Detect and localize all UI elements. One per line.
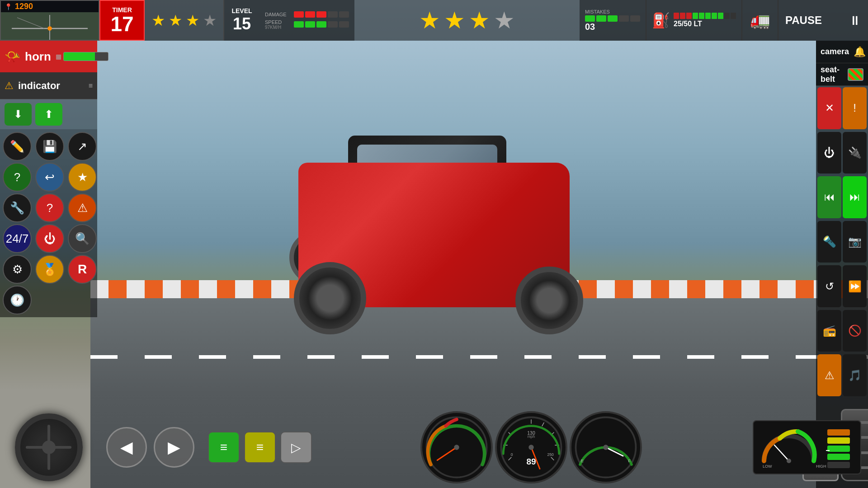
speed-label: SPEED bbox=[265, 19, 292, 25]
right-btn-row-1: ✕ ! bbox=[816, 86, 868, 131]
undo-button[interactable]: ↩ bbox=[35, 163, 64, 192]
horn-label: horn bbox=[25, 50, 51, 64]
scroll-down-button[interactable]: ⬇ bbox=[5, 103, 32, 126]
camera-row[interactable]: camera 🔔 bbox=[816, 41, 868, 63]
fuel-box: ⛽ 25/50 LT bbox=[646, 0, 741, 41]
indicator-icon: ⚠ bbox=[5, 80, 14, 92]
fuel-seg-2 bbox=[680, 13, 685, 19]
hours-button[interactable]: 24/7 bbox=[3, 224, 32, 253]
extra-gauges: LOW HIGH bbox=[753, 420, 861, 474]
mistake-dot-5 bbox=[630, 15, 640, 22]
rewind-button[interactable]: ↺ bbox=[817, 265, 841, 307]
damage-dots bbox=[294, 11, 349, 18]
seatbelt-label: seat-belt bbox=[821, 65, 843, 84]
indicator-row[interactable]: ⚠ indicator ≡ bbox=[0, 72, 97, 99]
svg-point-7 bbox=[454, 445, 459, 450]
mistakes-value: 03 bbox=[585, 22, 640, 32]
indicator-label: indicator bbox=[18, 80, 60, 92]
right-btn-row-3: ⏮ ⏭ bbox=[816, 175, 868, 220]
star-button[interactable]: ★ bbox=[68, 163, 97, 192]
steering-wheel[interactable] bbox=[15, 413, 83, 481]
svg-text:LOW: LOW bbox=[763, 464, 772, 469]
exclaim-button[interactable]: ! bbox=[843, 87, 867, 129]
damage-dot-2 bbox=[305, 11, 315, 18]
speed-dot-2 bbox=[305, 21, 315, 28]
damage-speed-box: DAMAGE SPEED 97KM/H bbox=[259, 0, 354, 41]
speed-value: 97KM/H bbox=[265, 25, 292, 30]
top-hud: 📍 1290 ◀ 🗺 ▶ Country TIMER 17 ★ ★ ★ ★ bbox=[0, 0, 868, 41]
save-button[interactable]: 💾 bbox=[35, 132, 64, 161]
settings-button[interactable]: ⚙ bbox=[3, 255, 32, 284]
plug-button[interactable]: 🔌 bbox=[843, 132, 867, 174]
no-signal-button[interactable]: 🚫 bbox=[843, 310, 867, 352]
photo-button[interactable]: 📷 bbox=[843, 221, 867, 263]
question-button[interactable]: ? bbox=[3, 163, 32, 192]
right-arrow-button[interactable]: ▶ bbox=[154, 427, 194, 468]
fuel-seg-8 bbox=[718, 13, 723, 19]
close-button[interactable]: ✕ bbox=[817, 87, 841, 129]
star-1: ★ bbox=[151, 11, 165, 29]
stars-box: ★ ★ ★ ★ bbox=[145, 0, 223, 41]
minimap: 📍 1290 ◀ 🗺 ▶ Country bbox=[0, 0, 99, 41]
speed-gauge-circle: 130 mph 0 250 89 bbox=[495, 411, 567, 483]
speedometer-button[interactable]: 🕐 bbox=[3, 286, 32, 314]
minimap-image bbox=[1, 12, 99, 29]
speed-dot-1 bbox=[294, 21, 304, 28]
horn-row[interactable]: 📯 horn ▦ bbox=[0, 41, 97, 72]
right-btn-row-5: ↺ ⏩ bbox=[816, 264, 868, 309]
next-button[interactable]: ⏭ bbox=[843, 176, 867, 218]
pause-label: PAUSE bbox=[785, 14, 822, 27]
fuel-seg-5 bbox=[699, 13, 704, 19]
radio-button[interactable]: 📻 bbox=[817, 310, 841, 352]
music-button[interactable]: 🎵 bbox=[843, 354, 867, 396]
wrench-button[interactable]: 🔧 bbox=[3, 193, 32, 222]
beam-button[interactable]: ▷ bbox=[280, 432, 312, 463]
alert-button[interactable]: ⚠ bbox=[817, 354, 841, 396]
distance-value: 1290 bbox=[15, 2, 33, 11]
seatbelt-row[interactable]: seat-belt bbox=[816, 63, 868, 86]
horn-fuel-icon: ▦ bbox=[56, 53, 61, 60]
star-3: ★ bbox=[186, 11, 199, 29]
timer-box: TIMER 17 bbox=[99, 0, 145, 41]
svg-rect-37 bbox=[827, 454, 850, 460]
svg-text:0: 0 bbox=[511, 452, 513, 457]
medal-button[interactable]: 🏅 bbox=[35, 255, 64, 284]
zoom-button[interactable]: 🔍 bbox=[68, 224, 97, 253]
r-button[interactable]: R bbox=[68, 255, 97, 284]
extra-gauges-container: LOW HIGH bbox=[746, 420, 868, 474]
steering-center bbox=[42, 441, 56, 454]
truck-icon: 🚛 bbox=[750, 11, 770, 30]
scroll-up-button[interactable]: ⬆ bbox=[35, 103, 62, 126]
mistake-dot-4 bbox=[619, 15, 629, 22]
prev-button[interactable]: ⏮ bbox=[817, 176, 841, 218]
speed-gauge: 130 mph 0 250 89 bbox=[495, 411, 567, 483]
svg-text:89: 89 bbox=[526, 457, 536, 466]
share-button[interactable]: ↗ bbox=[68, 132, 97, 161]
mistakes-label: MISTAKES bbox=[585, 9, 640, 14]
fast-forward-button[interactable]: ⏩ bbox=[843, 265, 867, 307]
indicator-more: ≡ bbox=[89, 82, 93, 90]
parking-light-button[interactable]: ≡ bbox=[244, 432, 276, 463]
car-wheel-front bbox=[515, 267, 583, 334]
left-arrow-button[interactable]: ◀ bbox=[106, 427, 147, 468]
edit-button[interactable]: ✏️ bbox=[3, 132, 32, 161]
rpm-gauge-circle bbox=[420, 411, 493, 483]
camera-icon: 🔔 bbox=[854, 46, 866, 58]
svg-point-22 bbox=[528, 445, 533, 450]
horn-icon: 📯 bbox=[5, 49, 20, 64]
power-right-button[interactable]: ⏻ bbox=[817, 132, 841, 174]
minimap-roads-svg bbox=[1, 12, 99, 41]
pause-icon[interactable]: ⏸ bbox=[849, 13, 861, 28]
updown-row: ⬇ ⬆ bbox=[0, 99, 97, 129]
svg-rect-38 bbox=[827, 462, 850, 468]
direction-arrows: ◀ ▶ bbox=[97, 427, 203, 468]
help-button[interactable]: ? bbox=[35, 193, 64, 222]
svg-text:250: 250 bbox=[547, 452, 554, 457]
flashlight-button[interactable]: 🔦 bbox=[817, 221, 841, 263]
headlight-button[interactable]: ≡ bbox=[208, 432, 240, 463]
power-button[interactable]: ⏻ bbox=[35, 224, 64, 253]
icon-grid: ✏️ 💾 ↗ ? ↩ ★ 🔧 ? ⚠ 24/7 ⏻ 🔍 ⚙ 🏅 R 🕐 bbox=[0, 129, 97, 317]
fuel-text: 25/50 LT bbox=[674, 20, 736, 28]
level-value: 15 bbox=[233, 14, 251, 33]
warning-button[interactable]: ⚠ bbox=[68, 193, 97, 222]
